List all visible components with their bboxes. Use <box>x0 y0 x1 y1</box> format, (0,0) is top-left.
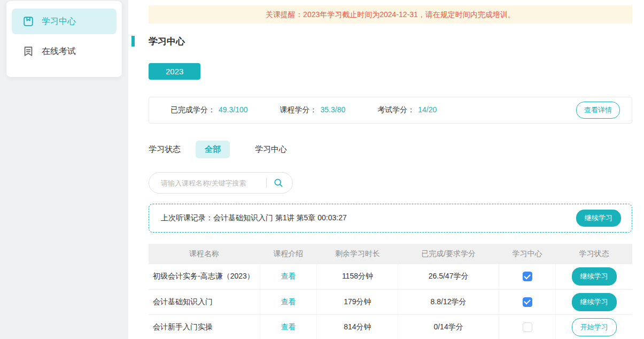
course-name: 初级会计实务-高志谦（2023） <box>149 264 260 289</box>
learning-status-filter: 学习状态 全部 学习中心 <box>149 141 632 158</box>
exam-ribbon-icon <box>22 45 34 57</box>
col-header-remaining-time: 剩余学习时长 <box>317 244 398 264</box>
course-search-box <box>149 172 293 194</box>
year-tab-2023[interactable]: 2023 <box>149 63 200 80</box>
stat-course-credits: 课程学分：35.3/80 <box>280 105 346 115</box>
view-course-link[interactable]: 查看 <box>281 272 296 280</box>
stat-exam-credits: 考试学分：14/20 <box>377 105 437 115</box>
sidebar-item-label: 学习中心 <box>42 16 76 27</box>
search-divider <box>266 178 267 188</box>
stat-completed-credits: 已完成学分：49.3/100 <box>170 105 248 115</box>
course-action-button[interactable]: 开始学习 <box>572 318 617 336</box>
credits-progress: 8.8/12学分 <box>398 289 499 314</box>
main-panel: 关课提醒：2023年学习截止时间为2024-12-31，请在规定时间内完成培训。… <box>128 0 644 339</box>
col-header-learning-status: 学习状态 <box>556 244 632 264</box>
remaining-time: 1158分钟 <box>317 264 398 289</box>
view-course-link[interactable]: 查看 <box>281 322 296 331</box>
last-listening-record: 上次听课记录：会计基础知识入门 第1讲 第5章 00:03:27 继续学习 <box>149 204 632 233</box>
sidebar-item-learning-center[interactable]: 学习中心 <box>12 9 117 34</box>
sidebar-item-online-exam[interactable]: 在线考试 <box>12 38 117 64</box>
col-header-course-name: 课程名称 <box>149 244 260 264</box>
page-title: 学习中心 <box>149 36 185 47</box>
table-row: 会计基础知识入门 查看 179分钟 8.8/12学分 继续学习 <box>149 289 632 314</box>
learning-center-checkbox[interactable] <box>523 272 532 281</box>
table-header-row: 课程名称 课程介绍 剩余学习时长 已完成/要求学分 学习中心 学习状态 <box>149 244 632 264</box>
view-course-link[interactable]: 查看 <box>281 297 296 306</box>
remaining-time: 179分钟 <box>317 289 398 314</box>
title-accent-bar <box>131 36 135 47</box>
table-row: 会计新手入门实操 查看 814分钟 0/14学分 开始学习 <box>149 314 632 339</box>
filter-label: 学习状态 <box>149 144 181 155</box>
search-input[interactable] <box>161 179 260 187</box>
course-name: 会计基础知识入门 <box>149 289 260 314</box>
table-row: 初级会计实务-高志谦（2023） 查看 1158分钟 26.5/47学分 继续学… <box>149 264 632 289</box>
remaining-time: 814分钟 <box>317 314 398 339</box>
credits-summary-bar: 已完成学分：49.3/100 课程学分：35.3/80 考试学分：14/20 查… <box>149 97 632 124</box>
course-closing-banner: 关课提醒：2023年学习截止时间为2024-12-31，请在规定时间内完成培训。 <box>149 5 632 24</box>
course-name: 会计新手入门实操 <box>149 314 260 339</box>
view-details-button[interactable]: 查看详情 <box>576 102 620 119</box>
filter-option-learning-center[interactable]: 学习中心 <box>246 141 296 158</box>
col-header-learning-center: 学习中心 <box>499 244 556 264</box>
course-action-button[interactable]: 继续学习 <box>572 293 617 311</box>
col-header-course-intro: 课程介绍 <box>260 244 317 264</box>
course-table: 课程名称 课程介绍 剩余学习时长 已完成/要求学分 学习中心 学习状态 初级会计… <box>149 244 632 339</box>
credits-progress: 0/14学分 <box>398 314 499 339</box>
col-header-credits: 已完成/要求学分 <box>398 244 499 264</box>
record-text: 上次听课记录：会计基础知识入门 第1讲 第5章 00:03:27 <box>161 213 347 223</box>
learning-center-checkbox[interactable] <box>523 297 532 307</box>
learning-center-checkbox[interactable] <box>523 322 532 332</box>
search-icon[interactable] <box>273 178 284 188</box>
bookmark-book-icon <box>22 16 34 27</box>
sidebar-item-label: 在线考试 <box>42 46 76 57</box>
title-row: 学习中心 <box>149 35 632 48</box>
continue-learning-button[interactable]: 继续学习 <box>576 210 621 227</box>
credits-progress: 26.5/47学分 <box>398 264 499 289</box>
sidebar: 学习中心 在线考试 <box>6 1 122 77</box>
filter-option-all[interactable]: 全部 <box>196 141 230 158</box>
course-action-button[interactable]: 继续学习 <box>572 267 617 286</box>
